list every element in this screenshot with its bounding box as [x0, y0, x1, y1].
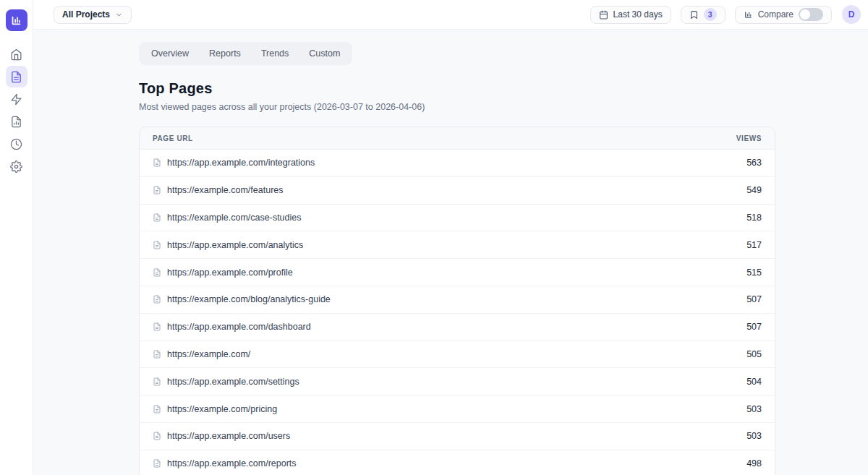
page-views: 517	[746, 240, 762, 250]
topbar: All Projects Last 30 days 3	[33, 0, 868, 30]
table-row[interactable]: https://example.com/blog/analytics-guide…	[140, 286, 775, 314]
row-url-cell: https://app.example.com/settings	[153, 377, 299, 387]
row-url-cell: https://app.example.com/analytics	[153, 240, 303, 250]
table-body: https://app.example.com/integrations 563	[140, 150, 775, 475]
page-icon	[153, 432, 161, 440]
table-row[interactable]: https://app.example.com/profile 515	[140, 259, 775, 286]
page-title: Top Pages	[139, 80, 868, 97]
page-url: https://app.example.com/users	[167, 431, 290, 441]
page-url: https://app.example.com/profile	[167, 268, 293, 278]
page-views: 515	[746, 268, 762, 278]
page-icon	[153, 322, 161, 331]
row-url-cell: https://app.example.com/integrations	[153, 158, 315, 168]
bookmark-icon	[689, 10, 699, 20]
compare-label: Compare	[758, 9, 793, 20]
table-row[interactable]: https://app.example.com/dashboard 507	[140, 314, 775, 341]
clock-icon	[10, 138, 22, 150]
file-text-icon	[10, 71, 22, 83]
file-chart-icon	[10, 116, 22, 128]
page-url: https://example.com/blog/analytics-guide	[167, 294, 331, 304]
table-row[interactable]: https://app.example.com/analytics 517	[140, 231, 775, 259]
tab[interactable]: Custom	[309, 48, 340, 59]
page-icon	[153, 377, 161, 386]
bar-chart-logo-icon	[10, 14, 22, 27]
tab[interactable]: Overview	[151, 48, 189, 59]
compare-toggle[interactable]	[799, 8, 823, 21]
table-header: Page URL Views	[140, 127, 775, 150]
column-header-page-url: Page URL	[153, 134, 193, 142]
page-icon	[153, 268, 161, 277]
project-selector-label: All Projects	[62, 9, 110, 20]
page-url: https://example.com/features	[167, 185, 284, 195]
sidebar-item-settings[interactable]	[6, 155, 27, 177]
page-views: 503	[746, 404, 762, 414]
date-range-button[interactable]: Last 30 days	[590, 6, 671, 24]
table-row[interactable]: https://example.com/ 505	[140, 341, 775, 369]
main-content: Overview Reports Trends Custom Top Pages…	[33, 30, 868, 475]
gear-icon	[10, 161, 22, 173]
topbar-actions: Last 30 days 3 Compare D	[590, 5, 861, 24]
page-icon	[153, 241, 161, 249]
report-tabs: Overview Reports Trends Custom	[139, 42, 352, 65]
page-views: 503	[746, 431, 762, 441]
table-row[interactable]: https://example.com/case-studies 518	[140, 205, 775, 232]
project-selector[interactable]: All Projects	[54, 6, 132, 24]
table-row[interactable]: https://example.com/pricing 503	[140, 395, 775, 423]
row-url-cell: https://example.com/features	[153, 185, 284, 195]
bar-chart-icon	[744, 10, 753, 20]
page-url: https://example.com/case-studies	[167, 213, 302, 223]
tab[interactable]: Trends	[261, 48, 289, 59]
table-row[interactable]: https://app.example.com/users 503	[140, 423, 775, 450]
page-icon	[153, 158, 161, 167]
row-url-cell: https://app.example.com/users	[153, 431, 290, 441]
page-icon	[153, 459, 161, 468]
page-views: 505	[746, 349, 762, 359]
tab[interactable]: Reports	[209, 48, 241, 59]
page-url: https://app.example.com/analytics	[167, 240, 303, 250]
bookmarks-button[interactable]: 3	[681, 6, 726, 24]
sidebar-item-reports[interactable]	[6, 111, 27, 132]
table-row[interactable]: https://app.example.com/integrations 563	[140, 150, 775, 177]
page-subtitle: Most viewed pages across all your projec…	[139, 102, 868, 112]
row-url-cell: https://example.com/blog/analytics-guide	[153, 294, 331, 304]
page-icon	[153, 350, 161, 359]
row-url-cell: https://example.com/pricing	[153, 404, 277, 414]
page-url: https://app.example.com/settings	[167, 377, 299, 387]
table-row[interactable]: https://example.com/features 549	[140, 177, 775, 205]
row-url-cell: https://app.example.com/dashboard	[153, 322, 311, 332]
toggle-knob	[800, 9, 810, 20]
page-url: https://app.example.com/reports	[167, 458, 297, 468]
page-views: 563	[746, 158, 762, 168]
page-views: 518	[746, 213, 762, 223]
page-icon	[153, 186, 161, 194]
compare-button[interactable]: Compare	[735, 6, 832, 24]
page-views: 507	[746, 322, 762, 332]
table-row[interactable]: https://app.example.com/reports 498	[140, 450, 775, 475]
sidebar-item-history[interactable]	[6, 133, 27, 155]
user-avatar[interactable]: D	[842, 5, 861, 24]
page-views: 549	[746, 185, 762, 195]
sidebar-item-home[interactable]	[6, 43, 27, 65]
page-url: https://app.example.com/dashboard	[167, 322, 311, 332]
chevron-down-icon	[115, 11, 123, 19]
table-row[interactable]: https://app.example.com/settings 504	[140, 368, 775, 395]
row-url-cell: https://example.com/	[153, 349, 250, 359]
sidebar-item-pages[interactable]	[6, 66, 27, 87]
row-url-cell: https://app.example.com/reports	[153, 458, 297, 468]
sidebar-item-events[interactable]	[6, 88, 27, 110]
page-url: https://example.com/pricing	[167, 404, 277, 414]
page-url: https://app.example.com/integrations	[167, 158, 315, 168]
column-header-views: Views	[736, 134, 762, 142]
sidebar-nav	[6, 43, 27, 177]
page-icon	[153, 405, 161, 414]
page-icon	[153, 213, 161, 222]
top-pages-table: Page URL Views https://app.example.com/i…	[139, 127, 775, 475]
page-icon	[153, 295, 161, 304]
date-range-label: Last 30 days	[613, 9, 663, 20]
zap-icon	[10, 93, 22, 106]
bookmarks-count-badge: 3	[704, 8, 717, 21]
page-views: 507	[746, 294, 762, 304]
app-logo[interactable]	[6, 9, 27, 31]
sidebar	[0, 0, 33, 475]
home-icon	[10, 48, 22, 61]
